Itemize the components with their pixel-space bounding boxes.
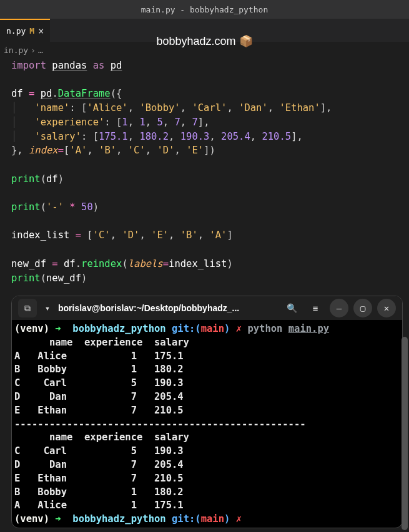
file-tab[interactable]: n.py M × xyxy=(0,19,50,42)
menu-icon[interactable]: ≡ xyxy=(306,299,325,317)
breadcrumb-ellipsis: … xyxy=(38,46,43,55)
window-titlebar: main.py - bobbyhadz_python xyxy=(0,0,409,19)
minimize-button[interactable]: – xyxy=(330,299,348,317)
maximize-button[interactable]: ▢ xyxy=(353,299,372,317)
breadcrumb-sep: › xyxy=(31,46,36,55)
tab-bar: n.py M × xyxy=(0,19,409,42)
tab-label: n.py xyxy=(6,26,26,36)
breadcrumb[interactable]: in.py › … xyxy=(0,42,409,57)
window-title: main.py - bobbyhadz_python xyxy=(141,5,269,14)
close-button[interactable]: ✕ xyxy=(377,299,396,317)
terminal-header: ⧉ ▾ borislav@borislav:~/Desktop/bobbyhad… xyxy=(12,296,402,320)
terminal-title: borislav@borislav:~/Desktop/bobbyhadz_..… xyxy=(58,303,277,313)
new-tab-button[interactable]: ⧉ xyxy=(18,299,37,317)
search-icon[interactable]: 🔍 xyxy=(282,299,301,317)
tab-close-icon[interactable]: × xyxy=(38,26,44,37)
breadcrumb-file: in.py xyxy=(4,46,28,55)
tab-modified-indicator: M xyxy=(29,26,34,36)
dropdown-button[interactable]: ▾ xyxy=(42,299,53,317)
code-editor[interactable]: import pandas as pd df = pd.DataFrame({ … xyxy=(0,57,409,286)
scrollbar[interactable] xyxy=(402,337,408,530)
terminal-window: ⧉ ▾ borislav@borislav:~/Desktop/bobbyhad… xyxy=(11,296,403,528)
terminal-output[interactable]: (venv) ➜ bobbyhadz_python git:(main) ✗ p… xyxy=(12,320,402,528)
